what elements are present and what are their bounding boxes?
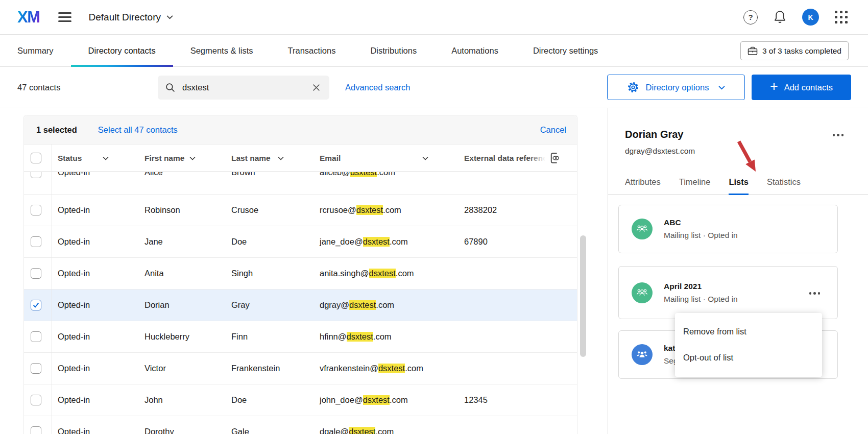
column-header-external-data-reference: External data reference — [464, 154, 548, 163]
apps-grid-icon[interactable] — [835, 11, 848, 23]
table-row[interactable]: Opted-inHuckleberryFinnhfinn@dsxtest.com — [24, 321, 577, 353]
list-card-april-2021[interactable]: April 2021Mailing list · Opted in — [618, 266, 838, 319]
search-highlight: dsxtest — [350, 172, 377, 177]
cell-status: Opted-in — [52, 300, 138, 310]
cell-status: Opted-in — [52, 427, 138, 434]
search-input[interactable] — [182, 83, 310, 92]
cell-email: vfrankenstein@dsxtest.com — [314, 364, 458, 373]
search-highlight: dsxtest — [349, 300, 376, 310]
cell-email: aliceb@dsxtest.com — [314, 172, 458, 177]
nav-tab-distributions[interactable]: Distributions — [353, 35, 434, 66]
column-menu-chevron-icon[interactable] — [103, 156, 109, 160]
nav-tab-directory-contacts[interactable]: Directory contacts — [71, 35, 173, 66]
menu-item-opt-out-of-list[interactable]: Opt-out of list — [675, 345, 822, 371]
help-icon[interactable]: ? — [743, 10, 758, 25]
tasks-completed-button[interactable]: 3 of 3 tasks completed — [740, 41, 849, 60]
hamburger-menu-icon[interactable] — [58, 12, 71, 22]
email-suffix: .com — [376, 300, 394, 310]
contact-tab-attributes[interactable]: Attributes — [625, 177, 661, 194]
cell-status: Opted-in — [52, 364, 138, 373]
email-prefix: dgray@ — [320, 300, 349, 310]
cell-last-name: Singh — [225, 269, 314, 278]
directory-options-button[interactable]: Directory options — [607, 75, 745, 100]
clear-search-icon[interactable] — [310, 82, 322, 93]
column-menu-chevron-icon[interactable] — [189, 156, 196, 160]
email-suffix: .com — [373, 332, 392, 342]
table-row[interactable]: Opted-inVictorFrankensteinvfrankenstein@… — [24, 353, 577, 384]
cell-last-name: Finn — [225, 332, 314, 342]
nav-tab-automations[interactable]: Automations — [434, 35, 516, 66]
table-row[interactable]: Opted-inJohnDoejohn_doe@dsxtest.com12345 — [24, 384, 577, 416]
select-all-link[interactable]: Select all 47 contacts — [98, 125, 178, 135]
contact-actions-menu-icon[interactable] — [832, 131, 845, 139]
list-card-text: ABCMailing list · Opted in — [664, 218, 738, 240]
notifications-bell-icon[interactable] — [774, 10, 786, 24]
gear-icon — [627, 81, 639, 93]
table-row[interactable]: Opted-inAliceBrownaliceb@dsxtest.com — [24, 172, 577, 195]
select-all-checkbox[interactable] — [31, 153, 41, 163]
contact-tab-statistics[interactable]: Statistics — [767, 177, 801, 194]
table-row[interactable]: Opted-inDorothyGaledgale@dsxtest.com — [24, 416, 577, 434]
nav-tab-summary[interactable]: Summary — [0, 35, 71, 66]
cell-first-name: John — [138, 395, 225, 405]
contact-detail-tabs: AttributesTimelineListsStatistics — [608, 177, 868, 195]
search-highlight: dsxtest — [378, 364, 405, 373]
cell-first-name: Huckleberry — [138, 332, 225, 342]
row-checkbox[interactable] — [31, 363, 41, 374]
row-checkbox[interactable] — [31, 172, 41, 178]
user-avatar[interactable]: K — [802, 9, 819, 26]
nav-tab-transactions[interactable]: Transactions — [271, 35, 353, 66]
table-scrollbar[interactable] — [580, 235, 586, 357]
table-header: Status First name Last name Email Extern… — [24, 144, 577, 172]
table-row[interactable]: Opted-inRobinsonCrusoercrusoe@dsxtest.co… — [24, 195, 577, 226]
directory-switcher[interactable]: Default Directory — [89, 12, 174, 23]
nav-tab-segments-lists[interactable]: Segments & lists — [173, 35, 271, 66]
row-checkbox[interactable] — [31, 205, 41, 215]
row-checkbox[interactable] — [31, 236, 41, 247]
column-menu-chevron-icon[interactable] — [278, 156, 284, 160]
cell-last-name: Crusoe — [225, 205, 314, 215]
cell-last-name: Brown — [225, 172, 314, 177]
add-contacts-button[interactable]: + Add contacts — [752, 75, 851, 100]
row-checkbox[interactable] — [31, 395, 41, 405]
tasks-completed-label: 3 of 3 tasks completed — [762, 46, 841, 56]
contact-email: dgray@dsxtest.com — [625, 147, 868, 156]
nav-tab-label: Segments & lists — [190, 46, 253, 56]
cell-email: hfinn@dsxtest.com — [314, 332, 458, 342]
table-row[interactable]: Opted-inAnitaSinghanita.singh@dsxtest.co… — [24, 258, 577, 290]
list-card-abc[interactable]: ABCMailing list · Opted in — [618, 205, 838, 253]
cell-external-data-reference: 12345 — [458, 395, 577, 405]
nav-tab-label: Automations — [451, 46, 498, 56]
column-header-status: Status — [58, 154, 82, 163]
contact-tab-timeline[interactable]: Timeline — [679, 177, 711, 194]
chevron-down-icon — [718, 85, 725, 90]
email-prefix: rcrusoe@ — [320, 205, 356, 215]
cell-last-name: Gale — [225, 427, 314, 434]
row-checkbox[interactable] — [31, 300, 41, 310]
cell-status: Opted-in — [52, 332, 138, 342]
list-meta: Mailing list · Opted in — [664, 231, 738, 240]
list-actions-menu: Remove from listOpt-out of list — [675, 313, 822, 377]
briefcase-icon — [748, 46, 758, 56]
contacts-toolbar: 47 contacts Advanced search Directory op… — [0, 67, 868, 108]
nav-tab-directory-settings[interactable]: Directory settings — [516, 35, 615, 66]
column-visibility-icon[interactable] — [548, 152, 561, 164]
row-checkbox[interactable] — [31, 268, 41, 279]
plus-icon: + — [770, 80, 778, 93]
list-actions-menu-icon[interactable] — [808, 289, 822, 298]
contact-tab-lists[interactable]: Lists — [729, 177, 749, 195]
search-highlight: dsxtest — [363, 237, 390, 247]
row-checkbox[interactable] — [31, 331, 41, 342]
column-menu-chevron-icon[interactable] — [422, 156, 428, 160]
row-checkbox[interactable] — [31, 426, 41, 434]
mailing-list-icon — [632, 344, 653, 365]
table-row[interactable]: Opted-inJaneDoejane_doe@dsxtest.com67890 — [24, 226, 577, 258]
email-suffix: .com — [390, 395, 408, 405]
selected-count: 1 selected — [36, 125, 77, 135]
advanced-search-link[interactable]: Advanced search — [345, 67, 411, 108]
menu-item-remove-from-list[interactable]: Remove from list — [675, 319, 822, 345]
cancel-selection-link[interactable]: Cancel — [540, 125, 566, 135]
email-suffix: .com — [405, 364, 423, 373]
table-row[interactable]: Opted-inDorianGraydgray@dsxtest.com — [24, 290, 577, 321]
cell-email: dgale@dsxtest.com — [314, 427, 458, 434]
